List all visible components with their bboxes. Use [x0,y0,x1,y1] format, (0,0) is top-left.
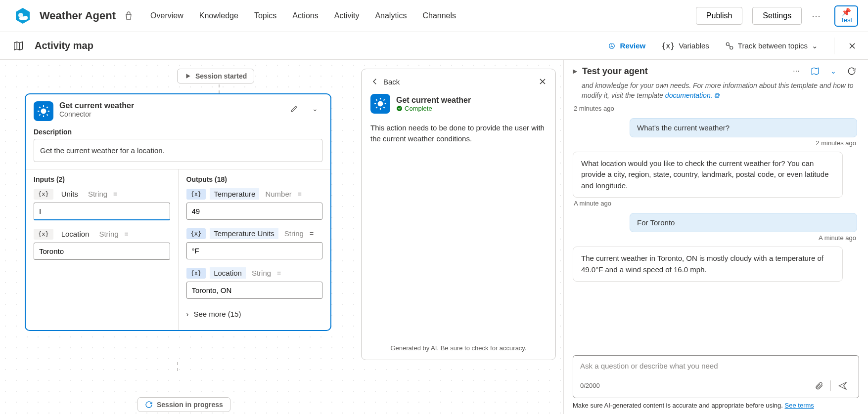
input-var-name: Location [57,228,93,240]
variable-icon: {x} [186,189,206,200]
activity-canvas[interactable]: Session started Get current weather Conn… [0,60,564,414]
variable-icon: {x} [186,228,206,239]
send-button[interactable] [834,379,852,393]
svg-line-19 [376,99,377,100]
ai-terms-disclaimer: Make sure AI-generated content is accura… [573,401,859,410]
outputs-header: Outputs (18) [186,175,323,183]
inputs-column: Inputs (2) {x} Units String = {x} Locati… [26,169,179,330]
input-units-field[interactable] [34,203,170,220]
input-var-name: Units [57,188,82,200]
weather-icon [34,101,53,121]
input-var-type: String [86,190,109,198]
chat-input[interactable]: Ask a question or describe what you need… [573,355,859,398]
publish-button[interactable]: Publish [696,7,742,25]
variable-icon: {x} [186,268,206,279]
session-started-badge: Session started [177,69,254,83]
detail-title: Get current weather [396,96,471,105]
page-title: Activity map [35,40,93,51]
bot-message: What location would you like to check th… [573,152,843,198]
output-var-type: String [250,269,273,277]
header-more-button[interactable]: ⋯ [807,7,825,24]
svg-line-10 [39,107,40,108]
output-location-field[interactable] [186,282,323,299]
weather-connector-node[interactable]: Get current weather Connector ⌄ Descript… [25,93,331,331]
nav-channels[interactable]: Channels [422,11,456,20]
map-icon [13,41,24,51]
nav-overview[interactable]: Overview [150,11,183,20]
map-toggle-icon[interactable] [808,65,822,78]
test-panel: ▶ Test your agent ⋯ ⌄ and knowledge for … [564,60,868,414]
track-topics-button[interactable]: Track between topics ⌄ [720,39,823,53]
close-detail-button[interactable] [539,78,547,85]
bot-message: The current weather in Toronto, ON is mo… [573,247,843,282]
inputs-header: Inputs (2) [34,175,170,183]
variables-icon: {x} [661,41,675,50]
documentation-link[interactable]: documentation. ⧉ [665,91,720,99]
chevron-down-icon: ⌄ [812,41,818,50]
chat-transcript[interactable]: and knowledge for your own needs. For mo… [573,81,859,349]
external-link-icon: ⧉ [714,91,719,99]
variable-icon: {x} [34,189,53,200]
svg-line-20 [384,107,385,108]
collapse-icon[interactable]: ▶ [573,68,577,75]
nav-knowledge[interactable]: Knowledge [199,11,238,20]
outputs-column: Outputs (18) {x} Temperature Number = {x… [179,169,331,330]
ai-disclaimer: Generated by AI. Be sure to check for ac… [370,339,547,352]
chevron-right-icon: › [186,310,189,318]
see-terms-link[interactable]: See terms [785,402,814,409]
system-intro: and knowledge for your own needs. For mo… [573,81,857,103]
nav-activity[interactable]: Activity [334,11,360,20]
edit-node-button[interactable] [287,101,302,116]
settings-button[interactable]: Settings [752,7,802,25]
chevron-down-icon[interactable]: ⌄ [827,65,839,77]
activity-toolbar: Activity map Review {x} Variables Track … [0,32,868,60]
svg-line-21 [376,107,377,108]
test-panel-title: Test your agent [582,66,648,77]
timestamp: 2 minutes ago [573,137,857,152]
svg-point-4 [730,46,733,49]
output-temperature-field[interactable] [186,203,323,220]
output-var-name: Temperature [210,188,259,200]
agent-name: Weather Agent [40,9,116,22]
detail-body: This action needs to be done to provide … [370,123,547,339]
pin-icon: 📌 [841,8,851,16]
output-var-type: String [282,229,306,238]
test-button[interactable]: 📌 Test [834,5,858,27]
output-var-name: Temperature Units [210,228,278,239]
description-value: Get the current weather for a location. [34,139,322,162]
output-var-name: Location [210,267,246,279]
back-button[interactable]: Back [370,77,400,86]
attach-icon[interactable] [811,379,827,392]
timestamp: 2 minutes ago [573,103,857,118]
close-activity-map-button[interactable] [845,39,859,53]
status-badge: Complete [396,105,471,112]
app-store-icon[interactable] [124,11,134,21]
refresh-button[interactable] [844,65,859,78]
variables-button[interactable]: {x} Variables [656,39,714,53]
connector-line [177,362,178,371]
nav-analytics[interactable]: Analytics [375,11,407,20]
output-var-type: Number [263,190,293,198]
weather-icon [370,94,390,114]
expand-node-button[interactable]: ⌄ [308,101,322,116]
action-detail-panel: Back Get current weather Complete [361,69,556,360]
see-more-outputs[interactable]: › See more (15) [186,307,323,321]
nav-topics[interactable]: Topics [254,11,276,20]
user-message: For Toronto [630,213,857,232]
svg-line-13 [47,107,48,108]
svg-point-23 [397,106,402,111]
divider [834,38,834,54]
test-more-button[interactable]: ⋯ [790,65,803,77]
input-location-field[interactable] [34,243,170,260]
svg-line-22 [384,99,385,100]
app-header: Weather Agent Overview Knowledge Topics … [0,0,868,32]
node-subtitle: Connector [59,110,134,118]
chat-placeholder: Ask a question or describe what you need [580,362,852,370]
review-button[interactable]: Review [602,39,651,53]
svg-point-14 [378,101,383,107]
output-tempunits-field[interactable] [186,242,323,259]
session-progress-badge: Session in progress [137,397,230,412]
agent-logo-icon [14,7,32,25]
timestamp: A minute ago [573,198,857,213]
nav-actions[interactable]: Actions [292,11,318,20]
